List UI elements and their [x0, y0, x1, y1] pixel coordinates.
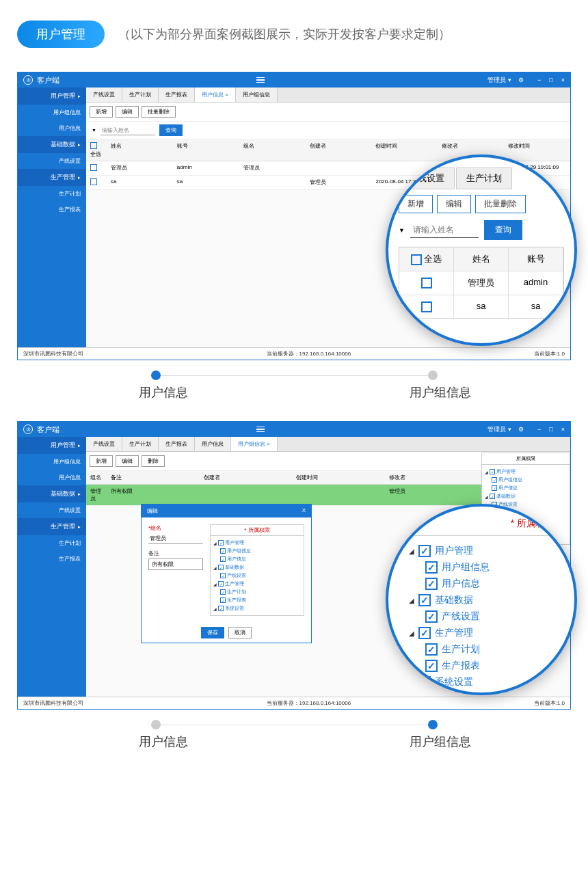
- settings-icon[interactable]: ⚙: [518, 426, 524, 433]
- tree-item[interactable]: ◢✓基础数据: [485, 492, 567, 500]
- perm-item[interactable]: ◢✓生产管理: [409, 625, 554, 641]
- bulk-delete-button[interactable]: 批量删除: [142, 106, 176, 118]
- sidebar-item[interactable]: 生产计划: [18, 186, 86, 202]
- sidebar-item[interactable]: 生产报表: [18, 551, 86, 567]
- new-button[interactable]: 新增: [90, 455, 113, 467]
- perm-item[interactable]: ✓生产报表: [409, 658, 554, 674]
- perm-item[interactable]: ✓用户组信息: [409, 559, 554, 576]
- sidebar-item[interactable]: 生产管理▸: [18, 169, 86, 186]
- sidebar-item[interactable]: 产线设置: [18, 502, 86, 518]
- delete-button[interactable]: 删除: [142, 455, 165, 467]
- user-menu[interactable]: 👤 管理员 ▾: [478, 425, 511, 434]
- minimize-icon[interactable]: −: [537, 77, 541, 83]
- tab[interactable]: 用户组信息 ×: [231, 437, 278, 451]
- page-badge: 用户管理: [17, 21, 105, 48]
- edit-button[interactable]: 编辑: [116, 106, 139, 118]
- tab[interactable]: 生产报表: [159, 437, 195, 451]
- tab[interactable]: 用户信息: [195, 437, 231, 451]
- dialog-save-button[interactable]: 保存: [201, 627, 224, 638]
- table-header: 修改时间: [504, 139, 570, 161]
- new-button[interactable]: 新增: [90, 106, 113, 118]
- tab[interactable]: 生产计划: [122, 88, 159, 102]
- maximize-icon[interactable]: □: [549, 426, 552, 433]
- caption-user-info: 用户信息: [139, 384, 188, 401]
- mag-tab[interactable]: 生产计划: [456, 167, 512, 189]
- close-icon[interactable]: ×: [561, 77, 565, 83]
- perm-item[interactable]: ✓产线设置: [409, 608, 554, 625]
- dialog-cancel-button[interactable]: 取消: [228, 627, 252, 638]
- sidebar-item[interactable]: 用户信息: [18, 120, 86, 136]
- sidebar-item[interactable]: 生产管理▸: [18, 518, 86, 535]
- caption-user-info: 用户信息: [139, 734, 188, 750]
- titlebar: ♔ 客户端 👤 管理员 ▾ ⚙ − □ ×: [18, 422, 570, 437]
- hamburger-icon[interactable]: [256, 77, 265, 83]
- sidebar-item[interactable]: 用户管理▸: [18, 437, 86, 454]
- perm-item[interactable]: ◢✓基础数据: [409, 592, 554, 608]
- tree-item[interactable]: ✓用户信息: [213, 555, 301, 563]
- user-menu[interactable]: 👤 管理员 ▾: [478, 76, 511, 85]
- tab[interactable]: 生产计划: [122, 437, 159, 451]
- sidebar-item[interactable]: 用户组信息: [18, 454, 86, 470]
- tabs: 产线设置生产计划生产报表用户信息用户组信息 ×: [86, 437, 570, 452]
- search-input[interactable]: [101, 126, 155, 135]
- mag-new-button[interactable]: 新增: [399, 195, 433, 213]
- tree-item[interactable]: ✓用户组信息: [213, 547, 301, 555]
- mag-bulk-delete-button[interactable]: 批量删除: [475, 195, 526, 213]
- tree-item[interactable]: ◢✓用户管理: [213, 539, 301, 547]
- sidebar: 用户管理▸用户组信息用户信息基础数据▸产线设置生产管理▸生产计划生产报表: [18, 437, 86, 697]
- tree-item[interactable]: ✓用户信息: [485, 484, 567, 492]
- close-icon[interactable]: ×: [561, 426, 565, 433]
- tab[interactable]: 产线设置: [86, 437, 122, 451]
- tree-item[interactable]: ◢✓基础数据: [213, 563, 301, 571]
- dialog-close-icon[interactable]: X: [302, 507, 306, 515]
- tree-item[interactable]: ✓用户组信息: [485, 476, 567, 484]
- app-window-user-info: ♔ 客户端 👤 管理员 ▾ ⚙ − □ × 用户管理▸用户组信息用户信息基础数据…: [17, 72, 571, 360]
- tree-item[interactable]: ✓生产计划: [213, 588, 301, 596]
- tree-item[interactable]: ✓产线设置: [213, 571, 301, 580]
- table-header: 创建时间: [292, 471, 385, 484]
- hamburger-icon[interactable]: [256, 427, 265, 433]
- sidebar: 用户管理▸用户组信息用户信息基础数据▸产线设置生产管理▸生产计划生产报表: [18, 88, 86, 347]
- search-button[interactable]: 查询: [159, 124, 183, 136]
- table-header: 创建者: [200, 471, 293, 484]
- sidebar-item[interactable]: 生产计划: [18, 535, 86, 551]
- tab[interactable]: 用户信息 ×: [195, 88, 236, 102]
- maximize-icon[interactable]: □: [549, 77, 552, 83]
- tab[interactable]: 生产报表: [159, 88, 195, 102]
- dialog-perm-title: * 所属权限: [211, 525, 304, 536]
- mag-search-input[interactable]: [410, 222, 479, 238]
- settings-icon[interactable]: ⚙: [518, 77, 524, 83]
- sidebar-item[interactable]: 生产报表: [18, 202, 86, 217]
- dropdown-icon[interactable]: ▼: [92, 128, 96, 133]
- table-header: 创建时间: [371, 139, 438, 161]
- sidebar-item[interactable]: 基础数据▸: [18, 136, 86, 153]
- mag-header: 姓名: [454, 247, 509, 271]
- mag-row[interactable]: 管理员admin: [399, 271, 563, 295]
- mag-search-button[interactable]: 查询: [484, 220, 522, 240]
- tab[interactable]: 产线设置: [86, 88, 122, 102]
- tab[interactable]: 用户组信息: [236, 88, 278, 102]
- perm-item[interactable]: ✓用户信息: [409, 576, 554, 592]
- magnifier-zoom: 产线设置 生产计划 新增 编辑 批量删除 ▼ 查询 全选姓名账号 管理员admi…: [386, 154, 577, 346]
- perm-item[interactable]: ◢✓用户管理: [409, 543, 554, 559]
- table-header: 全选: [86, 139, 107, 161]
- dropdown-icon[interactable]: ▼: [399, 227, 405, 234]
- sidebar-item[interactable]: 产线设置: [18, 153, 86, 169]
- sidebar-item[interactable]: 基础数据▸: [18, 485, 86, 502]
- tree-item[interactable]: ◢✓用户管理: [485, 468, 567, 476]
- sidebar-item[interactable]: 用户组信息: [18, 105, 86, 120]
- mag-row[interactable]: sasa: [399, 295, 563, 318]
- app-title: 客户端: [37, 425, 251, 435]
- perm-item[interactable]: ✓生产计划: [409, 641, 554, 658]
- edit-button[interactable]: 编辑: [116, 455, 139, 467]
- mag-edit-button[interactable]: 编辑: [437, 195, 471, 213]
- sidebar-item[interactable]: 用户管理▸: [18, 88, 86, 105]
- tree-item[interactable]: ✓生产报表: [213, 596, 301, 604]
- tree-item[interactable]: ◢✓生产管理: [213, 580, 301, 588]
- dialog-remark-input[interactable]: 所有权限: [148, 559, 203, 570]
- minimize-icon[interactable]: −: [537, 426, 541, 433]
- sidebar-item[interactable]: 用户信息: [18, 470, 86, 485]
- footer-company: 深圳市讯鹏科技有限公司: [23, 699, 83, 707]
- tree-item[interactable]: ◢✓系统设置: [213, 604, 301, 613]
- table-header: 备注: [107, 471, 200, 484]
